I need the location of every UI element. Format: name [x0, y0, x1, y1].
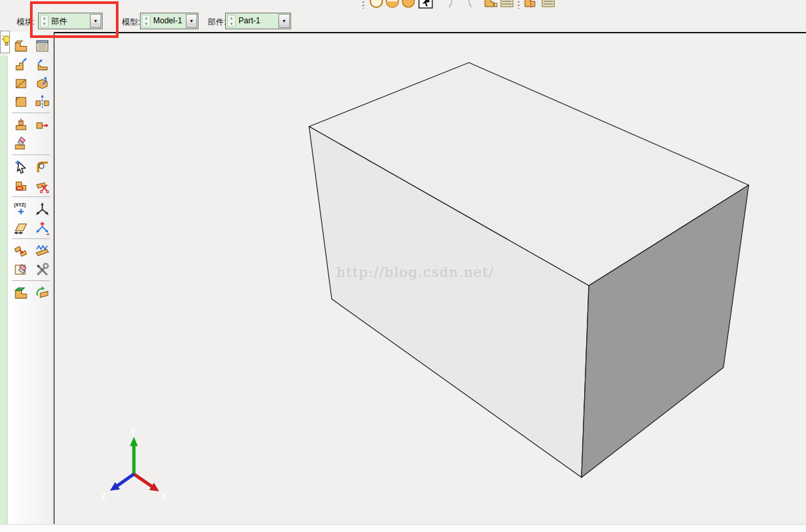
geometry-tools-icon[interactable] [34, 261, 51, 278]
toolbox-group-separator [12, 196, 50, 197]
viewport-canvas[interactable]: Y X Z http://blog.csdn.net/ [54, 32, 806, 524]
remove-face-icon[interactable] [13, 261, 29, 278]
model-spinner[interactable]: ▲▼ [142, 15, 151, 27]
toolbar-separator [362, 1, 364, 9]
module-value: 部件 [51, 16, 67, 27]
toolbox-row [8, 176, 53, 194]
part-label: 部件: [208, 17, 226, 28]
translate-feature-icon[interactable] [34, 117, 51, 133]
orientation-triad: Y X Z [101, 427, 167, 501]
triad-y-label: Y [131, 427, 136, 437]
triad-x-label: X [161, 492, 167, 501]
create-round-fillet-icon[interactable] [34, 158, 51, 175]
query-lightbulb-button[interactable] [0, 31, 10, 53]
mirror-feature-icon[interactable] [34, 93, 51, 110]
part-manager-icon[interactable] [34, 37, 51, 54]
module-combobox[interactable]: ▲▼ 部件 ▼ [38, 13, 103, 29]
geometry-repair-icon[interactable] [34, 284, 51, 301]
module-dropdown-arrow-icon[interactable]: ▼ [90, 14, 101, 28]
geometry-edit-icon[interactable] [13, 284, 29, 301]
create-planar-shell-icon[interactable] [13, 75, 29, 91]
toolbox-row [8, 260, 53, 278]
toolbox-row: (XYZ) [8, 199, 53, 218]
toolbox-row [8, 92, 53, 111]
delete-feature-icon[interactable] [13, 135, 29, 152]
partition-edge-icon[interactable] [34, 242, 51, 259]
create-solid-loft-icon[interactable] [13, 93, 29, 110]
section-view-icon[interactable] [523, 0, 538, 9]
toolbox-row [8, 241, 53, 260]
create-shell-extrude-icon[interactable] [34, 56, 51, 73]
edit-vertex-icon[interactable] [13, 158, 29, 175]
toolbox-group-separator [12, 238, 50, 239]
svg-text:(XYZ): (XYZ) [14, 202, 26, 208]
create-boss-feature-icon[interactable] [13, 117, 29, 133]
model-label: 模型: [122, 17, 140, 28]
model-value: Model-1 [153, 16, 182, 25]
module-spinner[interactable]: ▲▼ [40, 15, 49, 27]
toolbox-row [8, 55, 53, 73]
part-spinner[interactable]: ▲▼ [227, 15, 236, 27]
create-datum-csys-icon[interactable] [34, 219, 51, 236]
prompt-status-strip [0, 524, 806, 532]
part-value: Part-1 [238, 16, 260, 25]
toolbox-group-separator [12, 280, 50, 281]
arc-tool-right-icon[interactable] [461, 0, 476, 9]
toolbox-row [8, 36, 53, 55]
cursor-tool-icon[interactable] [418, 0, 433, 9]
module-label: 模块: [17, 17, 35, 28]
measure-geometry-icon[interactable] [13, 177, 29, 194]
toolbox-row [8, 134, 53, 152]
toolbox-row [8, 73, 53, 92]
part-dropdown-arrow-icon[interactable]: ▼ [278, 14, 290, 28]
part-module-toolbox: (XYZ) [8, 32, 54, 524]
part-combobox[interactable]: ▲▼ Part-1 ▼ [225, 13, 291, 29]
create-datum-point-icon[interactable]: (XYZ) [13, 200, 29, 217]
toolbox-group-separator [12, 113, 50, 113]
toolbox-empty-cell [34, 135, 51, 152]
render-wireframe-icon[interactable] [369, 0, 384, 9]
create-solid-sweep-icon[interactable] [34, 75, 51, 91]
render-hidden-icon[interactable] [385, 0, 400, 9]
cut-geometry-icon[interactable] [34, 177, 51, 194]
triad-z-label: Z [101, 492, 106, 501]
model-combobox[interactable]: ▲▼ Model-1 ▼ [140, 13, 199, 29]
toolbox-row [8, 218, 53, 236]
display-group-icon[interactable] [541, 0, 556, 9]
toolbox-row [8, 283, 53, 302]
lightbulb-icon [1, 31, 10, 53]
create-part-icon[interactable] [13, 37, 29, 54]
render-shaded-icon[interactable] [401, 0, 416, 9]
create-solid-extrude-icon[interactable] [13, 56, 29, 73]
top-toolbar-icons [360, 0, 573, 9]
toolbox-group-separator [12, 154, 50, 155]
model-tree-edge-panel [0, 56, 7, 524]
partition-face-icon[interactable] [13, 242, 29, 259]
csdn-watermark: http://blog.csdn.net/ [336, 264, 494, 280]
create-datum-plane-icon[interactable] [13, 219, 29, 236]
toolbox-row [8, 115, 53, 134]
toolbar-separator [518, 1, 520, 9]
top-toolbar: 模块: ▲▼ 部件 ▼ 模型: ▲▼ Model-1 ▼ 部件: ▲▼ Part… [0, 0, 806, 32]
display-options-icon[interactable] [500, 0, 514, 9]
toolbox-row [8, 157, 53, 176]
model-dropdown-arrow-icon[interactable]: ▼ [186, 14, 197, 28]
arc-tool-left-icon[interactable] [445, 0, 460, 9]
part-display-icon[interactable] [483, 0, 498, 9]
create-datum-axis-icon[interactable] [34, 200, 51, 217]
